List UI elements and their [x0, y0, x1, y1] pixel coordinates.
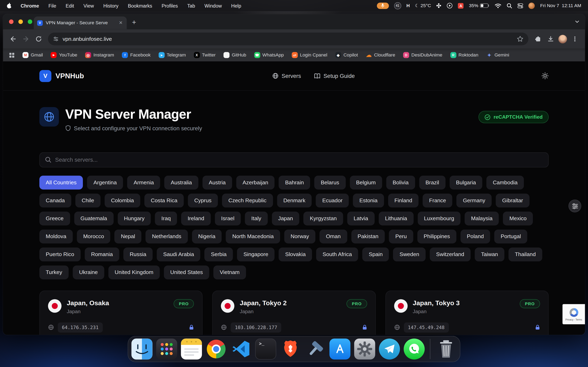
country-pill[interactable]: Slovakia: [279, 247, 312, 261]
country-pill[interactable]: Iraq: [155, 211, 177, 225]
tab-close-icon[interactable]: ✕: [118, 20, 123, 25]
window-close-button[interactable]: [9, 20, 13, 24]
control-center-icon[interactable]: [518, 3, 523, 8]
country-pill[interactable]: Spain: [362, 247, 389, 261]
country-pill[interactable]: Morocco: [77, 229, 111, 243]
country-pill[interactable]: United Kingdom: [108, 265, 160, 279]
dock-terminal-icon[interactable]: >_: [255, 338, 276, 359]
bookmark-star-icon[interactable]: [517, 35, 523, 42]
country-pill[interactable]: Australia: [164, 175, 198, 189]
country-pill[interactable]: Germany: [457, 193, 492, 207]
country-pill[interactable]: Japan: [272, 211, 299, 225]
bookmark-item[interactable]: ◎Instagram: [85, 52, 114, 58]
browser-menu-icon[interactable]: [568, 33, 581, 45]
country-pill[interactable]: Gibraltar: [496, 193, 529, 207]
country-pill[interactable]: Oman: [320, 229, 347, 243]
country-pill[interactable]: Denmark: [277, 193, 312, 207]
server-card[interactable]: Japan, Osaka Japan PRO 64.176.35.231: [39, 290, 203, 335]
recaptcha-badge[interactable]: Privacy - Terms: [562, 304, 585, 324]
country-pill[interactable]: North Macedonia: [226, 229, 280, 243]
nav-link-servers[interactable]: Servers: [272, 73, 301, 79]
bookmark-item[interactable]: XTwitter: [194, 52, 216, 58]
weather-widget[interactable]: ☾ 25°C: [415, 3, 431, 8]
country-pill[interactable]: Belarus: [314, 175, 346, 189]
country-pill[interactable]: Canada: [39, 193, 71, 207]
address-bar[interactable]: vpn.anbuinfosec.live: [48, 33, 528, 45]
country-pill[interactable]: All Countries: [39, 175, 83, 189]
menu-history[interactable]: History: [103, 3, 118, 8]
bookmark-item[interactable]: ➤Telegram: [158, 52, 186, 58]
country-pill[interactable]: Bulgaria: [450, 175, 482, 189]
recaptcha-privacy-terms[interactable]: Privacy - Terms: [565, 318, 582, 321]
country-pill[interactable]: Cyprus: [188, 193, 218, 207]
country-pill[interactable]: Armenia: [127, 175, 160, 189]
country-pill[interactable]: Italy: [245, 211, 268, 225]
country-pill[interactable]: Norway: [284, 229, 315, 243]
menu-edit[interactable]: Edit: [66, 3, 74, 8]
bookmark-item[interactable]: MGmail: [22, 52, 43, 58]
country-pill[interactable]: Azerbaijan: [236, 175, 275, 189]
bookmark-item[interactable]: ◈Copilot: [335, 52, 358, 58]
battery-limit-widget[interactable]: 41: [394, 2, 401, 9]
menubar-clock[interactable]: Fri Nov 7 12:11 AM: [540, 3, 581, 8]
country-pill[interactable]: Finland: [388, 193, 419, 207]
back-button[interactable]: [7, 33, 19, 45]
fan-widget-icon[interactable]: [436, 3, 442, 8]
theme-toggle-button[interactable]: [541, 72, 549, 79]
country-pill[interactable]: Netherlands: [146, 229, 188, 243]
country-pill[interactable]: Estonia: [353, 193, 384, 207]
server-card[interactable]: Japan, Tokyo 2 Japan PRO 103.106.228.177: [212, 290, 376, 335]
country-pill[interactable]: Hungary: [118, 211, 151, 225]
apps-grid-icon[interactable]: [9, 52, 15, 58]
dock-chrome-icon[interactable]: [206, 338, 227, 359]
menu-file[interactable]: File: [48, 3, 56, 8]
play-menu-icon[interactable]: [447, 3, 453, 8]
lock-icon[interactable]: [362, 325, 367, 330]
window-minimize-button[interactable]: [18, 20, 23, 24]
menu-view[interactable]: View: [84, 3, 94, 8]
browser-tab[interactable]: V VPN Manager - Secure Serve ✕: [34, 17, 127, 29]
country-pill[interactable]: Ireland: [181, 211, 211, 225]
mic-indicator[interactable]: [377, 2, 389, 9]
menubar-app-name[interactable]: Chrome: [21, 3, 39, 8]
forward-button[interactable]: [20, 33, 32, 45]
dock-telegram-icon[interactable]: [379, 338, 400, 359]
menu-bookmarks[interactable]: Bookmarks: [128, 3, 152, 8]
country-pill[interactable]: Puerto Rico: [39, 247, 81, 261]
floating-widget-button[interactable]: [568, 200, 581, 212]
dock-finder-icon[interactable]: [131, 338, 153, 359]
dock-whatsapp-icon[interactable]: [404, 338, 425, 359]
menu-help[interactable]: Help: [231, 3, 241, 8]
country-pill[interactable]: Peru: [389, 229, 413, 243]
country-pill[interactable]: South Africa: [316, 247, 358, 261]
bookmark-item[interactable]: fFacebook: [122, 52, 150, 58]
country-pill[interactable]: Bahrain: [279, 175, 310, 189]
country-pill[interactable]: Romania: [85, 247, 119, 261]
dock-notes-icon[interactable]: [181, 338, 202, 359]
country-pill[interactable]: United States: [164, 265, 209, 279]
site-controls-icon[interactable]: [53, 36, 59, 42]
bookmark-item[interactable]: ▶YouTube: [51, 52, 77, 58]
country-pill[interactable]: Israel: [215, 211, 241, 225]
country-pill[interactable]: Costa Rica: [144, 193, 184, 207]
country-pill[interactable]: Taiwan: [475, 247, 504, 261]
dock-settings-icon[interactable]: [354, 338, 375, 359]
country-pill[interactable]: Nigeria: [192, 229, 222, 243]
menu-tab[interactable]: Tab: [187, 3, 195, 8]
tab-search-button[interactable]: [574, 18, 580, 25]
country-pill[interactable]: Pakistan: [351, 229, 385, 243]
country-pill[interactable]: Switzerland: [430, 247, 471, 261]
bookmark-item[interactable]: ✦Gemini: [486, 52, 509, 58]
country-pill[interactable]: Poland: [460, 229, 490, 243]
country-pill[interactable]: Czech Republic: [222, 193, 273, 207]
battery-status[interactable]: 35%: [469, 3, 490, 8]
hammerspoon-menu-icon[interactable]: H: [406, 3, 410, 8]
country-pill[interactable]: Turkey: [39, 265, 69, 279]
country-pill[interactable]: Russia: [123, 247, 153, 261]
downloads-icon[interactable]: [544, 33, 557, 45]
country-pill[interactable]: Thailand: [509, 247, 542, 261]
country-pill[interactable]: Nepal: [114, 229, 141, 243]
bookmark-item[interactable]: RRoktodan: [450, 52, 478, 58]
country-pill[interactable]: Brazil: [419, 175, 445, 189]
country-pill[interactable]: Argentina: [87, 175, 123, 189]
